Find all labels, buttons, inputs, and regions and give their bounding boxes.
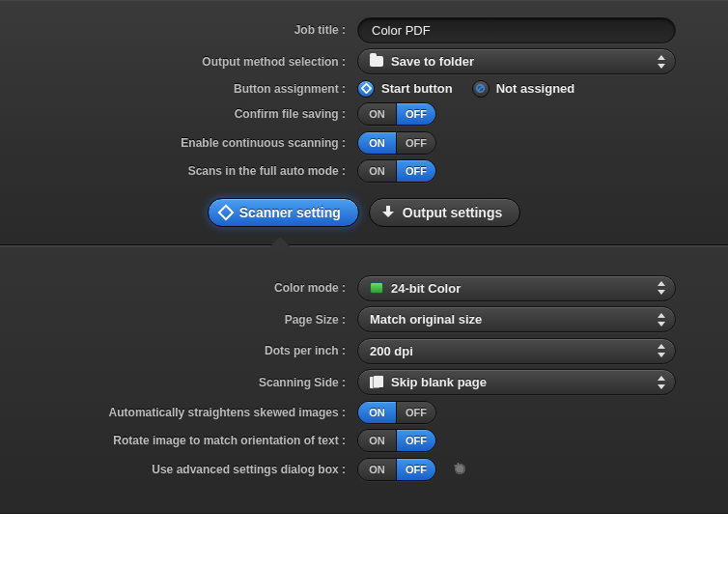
- page-size-select[interactable]: Match original size: [357, 306, 676, 332]
- toggle-on[interactable]: ON: [358, 402, 397, 423]
- continuous-label: Enable continuous scanning :: [39, 136, 357, 150]
- tab-output-label: Output settings: [403, 205, 502, 220]
- tab-scanner-setting[interactable]: Scanner setting: [208, 198, 359, 227]
- straighten-toggle[interactable]: ON OFF: [357, 401, 436, 424]
- color-mode-label: Color mode :: [39, 281, 357, 295]
- straighten-label: Automatically straightens skewed images …: [39, 406, 357, 419]
- job-title-input[interactable]: [357, 17, 676, 43]
- gear-icon[interactable]: [452, 461, 468, 477]
- output-method-value: Save to folder: [391, 54, 474, 69]
- dpi-label: Dots per inch :: [39, 344, 357, 357]
- general-settings-panel: Job title : Output method selection : Sa…: [0, 0, 728, 245]
- not-assigned-radio[interactable]: Not assigned: [472, 80, 575, 98]
- advanced-label: Use advanced settings dialog box :: [39, 463, 357, 476]
- toggle-off[interactable]: OFF: [397, 160, 435, 182]
- chevron-updown-icon: [657, 313, 666, 327]
- button-assignment-label: Button assignment :: [39, 82, 357, 96]
- button-assignment-group: Start button Not assigned: [357, 80, 574, 98]
- diamond-icon: [217, 205, 234, 221]
- not-assigned-radio-label: Not assigned: [496, 81, 575, 96]
- page-size-value: Match original size: [370, 312, 482, 327]
- page-size-label: Page Size :: [39, 313, 357, 327]
- toggle-off[interactable]: OFF: [397, 103, 435, 125]
- toggle-off[interactable]: OFF: [397, 132, 435, 154]
- color-mode-select[interactable]: 24-bit Color: [357, 275, 676, 301]
- tab-output-settings[interactable]: Output settings: [369, 198, 520, 227]
- tab-scanner-label: Scanner setting: [239, 205, 341, 220]
- chevron-updown-icon: [657, 55, 666, 69]
- pages-icon: [370, 376, 383, 388]
- full-auto-label: Scans in the full auto mode :: [39, 164, 357, 178]
- job-title-label: Job title :: [39, 23, 357, 37]
- chevron-updown-icon: [657, 376, 666, 389]
- dpi-value: 200 dpi: [370, 344, 413, 358]
- full-auto-toggle[interactable]: ON OFF: [357, 159, 436, 183]
- dpi-select[interactable]: 200 dpi: [357, 338, 676, 364]
- scanning-side-label: Scanning Side :: [39, 376, 357, 389]
- folder-icon: [370, 56, 383, 67]
- scanning-side-value: Skip blank page: [391, 375, 487, 389]
- rotate-toggle[interactable]: ON OFF: [357, 429, 436, 452]
- svg-rect-0: [361, 84, 370, 93]
- rotate-label: Rotate image to match orientation of tex…: [39, 434, 357, 447]
- download-icon: [381, 206, 395, 219]
- advanced-toggle[interactable]: ON OFF: [357, 458, 436, 481]
- toggle-off[interactable]: OFF: [397, 459, 435, 480]
- start-button-radio-label: Start button: [381, 81, 453, 96]
- output-method-select[interactable]: Save to folder: [357, 48, 676, 74]
- prohibit-icon: [472, 80, 490, 98]
- start-button-radio[interactable]: Start button: [357, 80, 453, 98]
- image-icon: [370, 282, 383, 294]
- toggle-on[interactable]: ON: [358, 430, 397, 451]
- confirm-saving-label: Confirm file saving :: [39, 107, 357, 121]
- chevron-updown-icon: [657, 344, 666, 357]
- toggle-on[interactable]: ON: [358, 103, 397, 125]
- svg-line-2: [478, 86, 483, 91]
- toggle-on[interactable]: ON: [358, 160, 397, 182]
- continuous-toggle[interactable]: ON OFF: [357, 131, 436, 155]
- color-mode-value: 24-bit Color: [391, 281, 461, 296]
- chevron-updown-icon: [657, 281, 666, 295]
- toggle-off[interactable]: OFF: [397, 402, 435, 423]
- confirm-saving-toggle[interactable]: ON OFF: [357, 102, 436, 126]
- toggle-off[interactable]: OFF: [397, 430, 435, 451]
- settings-tabs: Scanner setting Output settings: [39, 198, 689, 227]
- scanner-setting-panel: Color mode : 24-bit Color Page Size : Ma…: [0, 245, 728, 514]
- diamond-icon: [357, 80, 375, 98]
- scanning-side-select[interactable]: Skip blank page: [357, 369, 676, 395]
- toggle-on[interactable]: ON: [358, 459, 397, 480]
- output-method-label: Output method selection :: [39, 55, 357, 69]
- toggle-on[interactable]: ON: [358, 132, 397, 154]
